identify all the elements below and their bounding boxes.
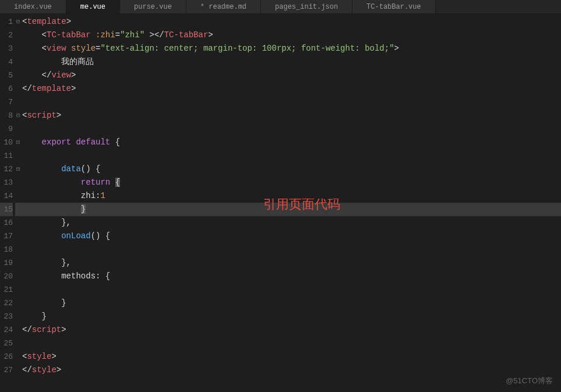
line-number: 1 [0, 15, 13, 29]
tab-index[interactable]: index.vue [0, 0, 66, 13]
line-number: 4 [0, 55, 13, 69]
line-number: 22 [0, 296, 13, 310]
code-line: methods: { [21, 270, 561, 283]
line-number: 16 [0, 216, 13, 229]
code-line: </template> [21, 82, 561, 96]
code-line: }, [21, 256, 561, 270]
line-number: 27 [0, 363, 13, 377]
code-line: onLoad() { [21, 229, 561, 243]
code-line [21, 243, 561, 256]
annotation-text: 引用页面代码 [263, 196, 340, 213]
line-number: 23 [0, 310, 13, 323]
line-number: 9 [0, 122, 13, 136]
code-line: }, [21, 216, 561, 229]
code-line [21, 283, 561, 296]
code-line: </style> [21, 363, 561, 377]
code-line [21, 96, 561, 109]
code-line: <style> [21, 350, 561, 363]
line-number: 15 [0, 203, 13, 216]
code-area[interactable]: <template> <TC-tabBar :zhi="zhi" ></TC-t… [21, 14, 561, 392]
code-line: <TC-tabBar :zhi="zhi" ></TC-tabBar> [21, 29, 561, 42]
code-line [21, 149, 561, 163]
code-line: </script> [21, 323, 561, 337]
line-number: 24 [0, 323, 13, 337]
line-number: 20 [0, 270, 13, 283]
line-number: 19 [0, 256, 13, 270]
tab-bar: index.vue me.vue purse.vue * readme.md p… [0, 0, 561, 14]
code-line: data() { [21, 163, 561, 176]
code-line: } [21, 296, 561, 310]
code-line [21, 122, 561, 136]
line-number: 5 [0, 69, 13, 82]
code-line: } [21, 310, 561, 323]
line-number: 21 [0, 283, 13, 296]
editor: 1 2 3 4 5 6 7 8 9 10 11 12 13 14 15 16 1… [0, 14, 561, 392]
line-number: 10 [0, 136, 13, 149]
watermark: @51CTO博客 [506, 376, 553, 386]
code-line: <template> [21, 15, 561, 29]
fold-icon[interactable]: ⊟ [15, 109, 21, 122]
line-gutter: 1 2 3 4 5 6 7 8 9 10 11 12 13 14 15 16 1… [0, 14, 15, 392]
line-number: 7 [0, 96, 13, 109]
fold-icon[interactable]: ⊟ [15, 136, 21, 149]
tab-purse[interactable]: purse.vue [120, 0, 186, 13]
code-line: <view style="text-align: center; margin-… [21, 42, 561, 55]
code-line: <script> [21, 109, 561, 122]
line-number: 26 [0, 350, 13, 363]
fold-column: ⊟ ⊟ ⊟ ⊟ [15, 14, 21, 392]
code-line [21, 337, 561, 350]
line-number: 17 [0, 229, 13, 243]
line-number: 14 [0, 189, 13, 203]
tab-readme[interactable]: * readme.md [186, 0, 261, 13]
line-number: 8 [0, 109, 13, 122]
fold-icon[interactable]: ⊟ [15, 15, 21, 29]
line-number: 13 [0, 176, 13, 189]
code-line: 我的商品 [21, 55, 561, 69]
line-number: 6 [0, 82, 13, 96]
line-number: 18 [0, 243, 13, 256]
line-number: 3 [0, 42, 13, 55]
line-number: 25 [0, 337, 13, 350]
code-line: export default { [21, 136, 561, 149]
line-number: 11 [0, 149, 13, 163]
tab-tc-tabbar[interactable]: TC-tabBar.vue [352, 0, 436, 13]
tab-pages-init[interactable]: pages_init.json [261, 0, 352, 13]
line-number: 2 [0, 29, 13, 42]
code-line: </view> [21, 69, 561, 82]
line-number: 12 [0, 163, 13, 176]
tab-me[interactable]: me.vue [66, 0, 120, 13]
code-line: return { [21, 176, 561, 189]
fold-icon[interactable]: ⊟ [15, 163, 21, 176]
